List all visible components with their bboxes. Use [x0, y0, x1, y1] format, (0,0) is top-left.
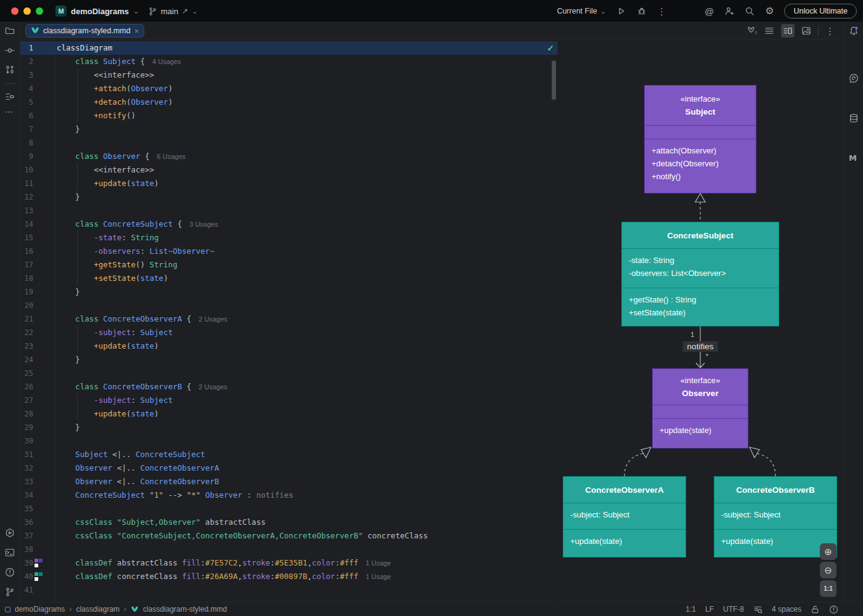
database-tool-icon[interactable] [849, 113, 859, 123]
code-line[interactable]: 23 +update(state) [20, 339, 558, 353]
caret-position-widget[interactable]: 1:1 [685, 605, 696, 614]
code-line[interactable]: 33 Observer <|.. ConcreteObserverB [20, 475, 558, 488]
code-line[interactable]: 13 [20, 204, 558, 217]
more-actions-kebab-icon[interactable]: ⋮ [657, 7, 666, 16]
code-line[interactable]: 26 class ConcreteObserverB {2 Usages [20, 380, 558, 394]
titlebar-actions: Current File ⌄ ⋮ @ ⚙ Unlock Ultimate [557, 0, 857, 22]
code-line[interactable]: 14 class ConcreteSubject {3 Usages [20, 217, 558, 231]
code-line[interactable]: 11 +update(state) [20, 177, 558, 190]
code-line[interactable]: 1classDiagram [20, 41, 558, 55]
code-line[interactable]: 9 class Observer {6 Usages [20, 150, 558, 163]
code-line[interactable]: 8 [20, 136, 558, 150]
usages-hint[interactable]: 6 Usages [157, 153, 186, 160]
code-line[interactable]: 25 [20, 367, 558, 380]
preview-only-view-icon[interactable] [801, 26, 811, 36]
unlock-icon[interactable] [811, 605, 820, 614]
code-line[interactable]: 39 classDef abstractClass fill:#7E57C2,s… [20, 556, 558, 570]
mermaid-help-icon[interactable]: ? [747, 26, 758, 36]
vcs-branch-widget[interactable]: main ↗ ⌄ [148, 0, 197, 22]
code-line[interactable]: 37 cssClass "ConcreteSubject,ConcreteObs… [20, 529, 558, 543]
code-line[interactable]: 30 [20, 434, 558, 448]
code-line[interactable]: 27 -subject: Subject [20, 394, 558, 407]
more-tools-icon[interactable]: ⋯ [5, 107, 14, 116]
ai-assistant-tool-icon[interactable] [849, 73, 859, 83]
terminal-tool-icon[interactable] [5, 548, 15, 557]
run-button[interactable] [616, 6, 626, 16]
code-line[interactable]: 17 +getState() String [20, 258, 558, 272]
code-line[interactable]: 29 } [20, 421, 558, 434]
editor-only-view-icon[interactable] [764, 26, 774, 36]
code-line[interactable]: 34 ConcreteSubject "1" --> "*" Observer … [20, 488, 558, 502]
debug-button[interactable] [637, 6, 647, 16]
line-separator-widget[interactable]: LF [705, 605, 714, 614]
code-line[interactable]: 2 class Subject {4 Usages [20, 55, 558, 68]
usages-hint[interactable]: 4 Usages [152, 58, 181, 65]
close-tab-icon[interactable]: × [134, 26, 139, 36]
gutter-color-chips[interactable] [35, 559, 44, 568]
services-tool-icon[interactable] [5, 528, 15, 538]
zoom-out-button[interactable]: ⊖ [820, 562, 836, 578]
code-line[interactable]: 18 +setState(state) [20, 272, 558, 285]
code-line[interactable]: 40 classDef concreteClass fill:#26A69A,s… [20, 570, 558, 583]
git-tool-icon[interactable] [5, 587, 15, 597]
breadcrumb-project[interactable]: demoDiagrams [15, 605, 65, 614]
usages-hint[interactable]: 2 Usages [198, 315, 227, 323]
unlock-ultimate-button[interactable]: Unlock Ultimate [784, 4, 857, 18]
minimize-window-button[interactable] [23, 7, 31, 15]
editor-scrollbar[interactable] [552, 60, 556, 100]
code-line[interactable]: 5 +detach(Observer) [20, 95, 558, 109]
code-line[interactable]: 10 <<interface>> [20, 163, 558, 177]
problems-tool-icon[interactable] [5, 567, 15, 577]
code-line[interactable]: 12 } [20, 190, 558, 204]
code-line[interactable]: 38 [20, 543, 558, 556]
code-line[interactable]: 21 class ConcreteObserverA {2 Usages [20, 312, 558, 326]
code-line[interactable]: 24 } [20, 353, 558, 367]
split-view-selected[interactable] [781, 24, 795, 38]
code-line[interactable]: 6 +notify() [20, 109, 558, 123]
search-everywhere-icon[interactable] [745, 6, 755, 16]
code-line[interactable]: 41 [20, 583, 558, 597]
tab-classdiagram-styled[interactable]: classdiagram-styled.mmd × [25, 24, 144, 38]
code-line[interactable]: 31 Subject <|.. ConcreteSubject [20, 448, 558, 461]
commit-tool-icon[interactable] [5, 46, 15, 55]
structure-tool-icon[interactable] [5, 92, 15, 102]
mermaid-chart-tool-icon[interactable]: M [849, 153, 857, 163]
gutter-color-chips[interactable] [35, 572, 44, 582]
project-widget[interactable]: M demoDiagrams ⌄ [55, 0, 139, 22]
usages-hint[interactable]: 3 Usages [189, 221, 218, 228]
editor-pane[interactable]: 1classDiagram2 class Subject {4 Usages3 … [20, 39, 558, 602]
code-with-me-icon[interactable] [724, 6, 734, 16]
usages-hint[interactable]: 1 Usage [366, 559, 391, 567]
code-line[interactable]: 36 cssClass "Subject,Observer" abstractC… [20, 516, 558, 529]
fullscreen-window-button[interactable] [36, 7, 43, 15]
code-line[interactable]: 20 [20, 299, 558, 312]
usages-hint[interactable]: 2 Usages [198, 383, 227, 391]
pull-requests-tool-icon[interactable] [5, 65, 15, 75]
breadcrumb-folder[interactable]: classdiagram [76, 605, 120, 614]
zoom-reset-button[interactable]: 1:1 [820, 580, 836, 597]
code-line[interactable]: 7 } [20, 123, 558, 136]
project-tool-icon[interactable] [5, 26, 15, 36]
code-line[interactable]: 3 <<interface>> [20, 68, 558, 82]
editor-kebab-icon[interactable]: ⋮ [825, 26, 835, 36]
code-line[interactable]: 15 -state: String [20, 231, 558, 245]
code-line[interactable]: 28 +update(state) [20, 407, 558, 421]
indent-widget[interactable]: 4 spaces [772, 605, 801, 614]
error-indicator-icon[interactable] [829, 605, 838, 614]
code-line[interactable]: 22 -subject: Subject [20, 326, 558, 339]
usages-hint[interactable]: 1 Usage [366, 573, 391, 580]
settings-gear-icon[interactable]: ⚙ [765, 6, 774, 16]
breadcrumb-file[interactable]: classdiagram-styled.mmd [143, 605, 227, 614]
code-line[interactable]: 19 } [20, 285, 558, 299]
notifications-bell-icon[interactable] [849, 26, 859, 36]
code-line[interactable]: 16 -observers: List~Observer~ [20, 245, 558, 258]
code-line[interactable]: 4 +attach(Observer) [20, 82, 558, 95]
zoom-in-button[interactable]: ⊕ [820, 543, 836, 560]
inspections-ok-check-icon[interactable]: ✓ [547, 43, 554, 53]
code-line[interactable]: 32 Observer <|.. ConcreteObserverA [20, 461, 558, 475]
ai-assistant-icon[interactable]: @ [705, 6, 714, 17]
close-window-button[interactable] [11, 7, 18, 15]
code-line[interactable]: 35 [20, 502, 558, 516]
encoding-widget[interactable]: UTF-8 [723, 605, 744, 614]
run-configuration-selector[interactable]: Current File ⌄ [557, 7, 606, 15]
